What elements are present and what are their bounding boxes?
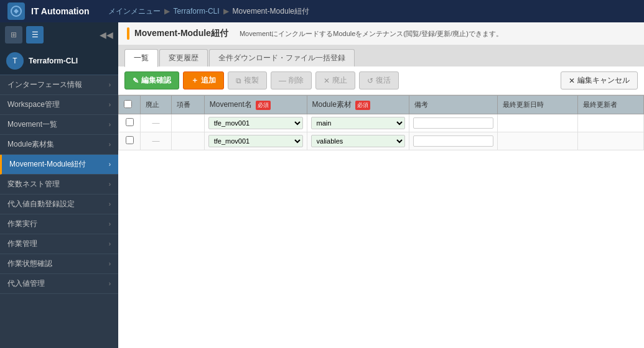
content-area: Movement-Module紐付 MovementにインクルードするModul… xyxy=(118,22,644,348)
sidebar-item-variable-nest[interactable]: 変数ネスト管理 › xyxy=(0,175,118,195)
sidebar-item-workspace[interactable]: Workspace管理 › xyxy=(0,95,118,115)
row2-module-select[interactable]: valiables xyxy=(311,135,406,147)
row1-haishi: — xyxy=(141,114,171,132)
chevron-right-icon: › xyxy=(109,81,111,88)
date-header: 最終更新日時 xyxy=(497,96,577,114)
sidebar-item-interface[interactable]: インターフェース情報 › xyxy=(0,75,118,95)
chevron-right-icon: › xyxy=(109,201,111,208)
table-body: — tfe_mov001 main xyxy=(119,114,644,150)
required-badge-module: 必須 xyxy=(355,101,370,110)
row2-biko-input[interactable] xyxy=(413,135,493,147)
row2-movement-select[interactable]: tfe_mov001 xyxy=(208,135,303,147)
sidebar-item-substitution-manage[interactable]: 代入値管理 › xyxy=(0,274,118,294)
sidebar-item-job-status[interactable]: 作業状態確認 › xyxy=(0,254,118,274)
table-container: 廃止 項番 Movement名 必須 Module素材 必須 備考 最終更新日時… xyxy=(118,95,644,348)
main-layout: ⊞ ☰ ◀◀ T Terraform-CLI インターフェース情報 › Work… xyxy=(0,22,644,348)
sidebar-item-movement-module[interactable]: Movement-Module紐付 › xyxy=(0,155,118,175)
disable-button[interactable]: ✕ 廃止 xyxy=(315,71,355,89)
cancel-button[interactable]: ✕ 編集キャンセル xyxy=(561,71,638,89)
table-row: — tfe_mov001 main xyxy=(119,114,644,132)
brand-icon: T xyxy=(6,52,24,70)
tab-bar: 一覧 変更履歴 全件ダウンロード・ファイル一括登録 xyxy=(118,45,644,66)
app-logo xyxy=(7,2,25,20)
app-header: IT Automation メインメニュー ▶ Terraform-CLI ▶ … xyxy=(0,0,644,22)
row2-biko-cell xyxy=(409,132,497,150)
content-header: Movement-Module紐付 MovementにインクルードするModul… xyxy=(118,22,644,45)
add-button[interactable]: ＋ 追加 xyxy=(183,71,224,89)
row1-biko-cell xyxy=(409,114,497,132)
toolbar: ✎ 編集確認 ＋ 追加 ⧉ 複製 — 削除 ✕ 廃止 ↺ 復活 xyxy=(118,66,644,95)
koban-header: 項番 xyxy=(171,96,204,114)
breadcrumb: メインメニュー ▶ Terraform-CLI ▶ Movement-Modul… xyxy=(108,6,309,17)
chevron-right-icon: › xyxy=(109,280,111,287)
select-all-checkbox[interactable] xyxy=(124,100,132,108)
sidebar-item-job-manage[interactable]: 作業管理 › xyxy=(0,234,118,254)
copy-button[interactable]: ⧉ 複製 xyxy=(228,71,267,89)
table-header-row: 廃止 項番 Movement名 必須 Module素材 必須 備考 最終更新日時… xyxy=(119,96,644,114)
tab-download[interactable]: 全件ダウンロード・ファイル一括登録 xyxy=(209,49,355,66)
restore-icon: ↺ xyxy=(367,76,373,85)
chevron-right-icon: › xyxy=(109,221,111,227)
chevron-right-icon: › xyxy=(109,240,111,247)
row1-checkbox[interactable] xyxy=(126,118,134,126)
biko-header: 備考 xyxy=(409,96,497,114)
page-title: Movement-Module紐付 xyxy=(134,28,228,39)
row2-koban xyxy=(171,132,204,150)
x-icon: ✕ xyxy=(324,76,330,85)
sidebar: ⊞ ☰ ◀◀ T Terraform-CLI インターフェース情報 › Work… xyxy=(0,22,118,348)
list-icon[interactable]: ☰ xyxy=(26,26,44,44)
brand-name: Terraform-CLI xyxy=(29,57,78,65)
chevron-right-icon: › xyxy=(109,101,111,108)
user-header: 最終更新者 xyxy=(578,96,644,114)
movement-header: Movement名 必須 xyxy=(204,96,307,114)
delete-button[interactable]: — 削除 xyxy=(271,71,312,89)
tab-list[interactable]: 一覧 xyxy=(124,49,158,67)
cancel-icon: ✕ xyxy=(569,76,575,85)
row2-checkbox-cell xyxy=(119,132,141,150)
haishi-header: 廃止 xyxy=(141,96,171,114)
row2-user xyxy=(578,132,644,150)
row2-movement-cell: tfe_mov001 xyxy=(204,132,307,150)
chevron-right-icon: › xyxy=(109,161,111,168)
row2-date xyxy=(497,132,577,150)
header-accent-bar xyxy=(127,27,129,40)
row1-movement-cell: tfe_mov001 xyxy=(204,114,307,132)
table-row: — tfe_mov001 valiables xyxy=(119,132,644,150)
sidebar-item-substitution-auto[interactable]: 代入値自動登録設定 › xyxy=(0,195,118,214)
row1-checkbox-cell xyxy=(119,114,141,132)
sidebar-item-movement[interactable]: Movement一覧 › xyxy=(0,115,118,135)
row1-module-cell: main xyxy=(307,114,409,132)
row1-user xyxy=(578,114,644,132)
collapse-sidebar-button[interactable]: ◀◀ xyxy=(100,30,113,40)
chevron-right-icon: › xyxy=(109,121,111,128)
row1-biko-input[interactable] xyxy=(413,117,493,129)
grid-icon[interactable]: ⊞ xyxy=(5,26,22,44)
chevron-right-icon: › xyxy=(109,181,111,188)
pencil-icon: ✎ xyxy=(133,76,139,85)
required-badge-movement: 必須 xyxy=(256,101,271,110)
chevron-right-icon: › xyxy=(109,260,111,267)
row1-date xyxy=(497,114,577,132)
breadcrumb-terraform[interactable]: Terraform-CLI xyxy=(174,7,220,16)
copy-icon: ⧉ xyxy=(236,76,241,85)
app-title: IT Automation xyxy=(31,6,90,16)
row2-checkbox[interactable] xyxy=(126,136,134,144)
row2-module-cell: valiables xyxy=(307,132,409,150)
breadcrumb-main[interactable]: メインメニュー xyxy=(108,6,161,17)
chevron-right-icon: › xyxy=(109,141,111,148)
sidebar-brand: T Terraform-CLI xyxy=(0,47,118,75)
breadcrumb-current: Movement-Module紐付 xyxy=(233,6,309,17)
sidebar-top-icons: ⊞ ☰ ◀◀ xyxy=(0,22,118,47)
module-header: Module素材 必須 xyxy=(307,96,409,114)
restore-button[interactable]: ↺ 復活 xyxy=(359,71,399,89)
sidebar-item-job-execute[interactable]: 作業実行 › xyxy=(0,214,118,234)
sidebar-item-module[interactable]: Module素材集 › xyxy=(0,135,118,155)
row2-haishi: — xyxy=(141,132,171,150)
edit-confirm-button[interactable]: ✎ 編集確認 xyxy=(124,71,179,89)
tab-history[interactable]: 変更履歴 xyxy=(159,49,208,66)
row1-movement-select[interactable]: tfe_mov001 xyxy=(208,117,303,129)
row1-koban xyxy=(171,114,204,132)
data-table: 廃止 項番 Movement名 必須 Module素材 必須 備考 最終更新日時… xyxy=(118,95,644,150)
plus-icon: ＋ xyxy=(191,75,198,86)
row1-module-select[interactable]: main xyxy=(311,117,406,129)
